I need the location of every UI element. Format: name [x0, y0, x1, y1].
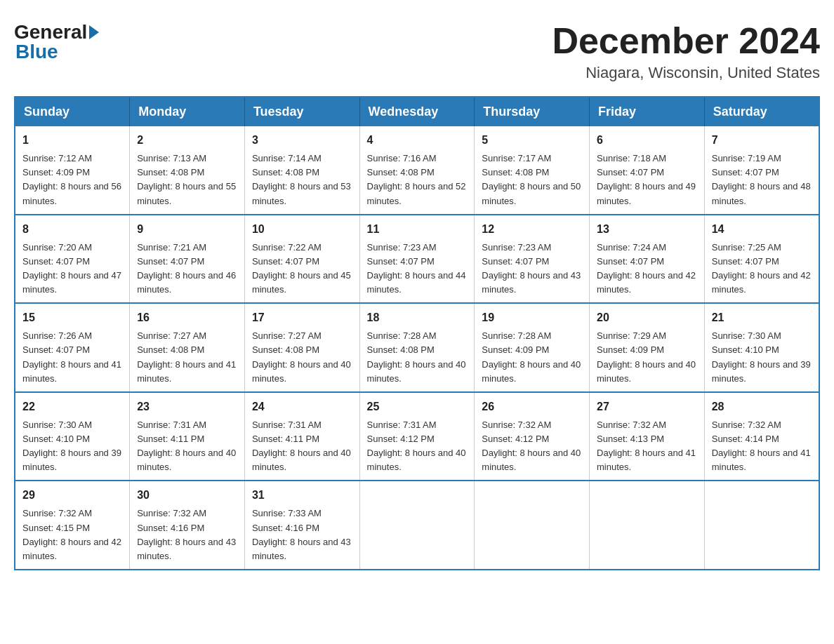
- calendar-cell: 7 Sunrise: 7:19 AMSunset: 4:07 PMDayligh…: [704, 126, 819, 215]
- week-row-3: 15 Sunrise: 7:26 AMSunset: 4:07 PMDaylig…: [15, 303, 819, 392]
- day-number: 3: [252, 132, 352, 149]
- header-cell-monday: Monday: [130, 97, 245, 126]
- calendar-title: December 2024: [552, 21, 820, 61]
- calendar-cell: 12 Sunrise: 7:23 AMSunset: 4:07 PMDaylig…: [475, 215, 590, 304]
- calendar-cell: 15 Sunrise: 7:26 AMSunset: 4:07 PMDaylig…: [15, 303, 130, 392]
- day-number: 27: [597, 398, 697, 415]
- day-info: Sunrise: 7:33 AMSunset: 4:16 PMDaylight:…: [252, 508, 351, 561]
- calendar-cell: 6 Sunrise: 7:18 AMSunset: 4:07 PMDayligh…: [590, 126, 705, 215]
- calendar-table: SundayMondayTuesdayWednesdayThursdayFrid…: [14, 96, 820, 570]
- day-info: Sunrise: 7:31 AMSunset: 4:12 PMDaylight:…: [367, 420, 466, 472]
- calendar-cell: 13 Sunrise: 7:24 AMSunset: 4:07 PMDaylig…: [590, 215, 705, 304]
- calendar-cell: 9 Sunrise: 7:21 AMSunset: 4:07 PMDayligh…: [130, 215, 245, 304]
- day-number: 24: [252, 398, 352, 415]
- calendar-cell: [475, 481, 590, 570]
- day-info: Sunrise: 7:32 AMSunset: 4:16 PMDaylight:…: [137, 508, 236, 561]
- calendar-cell: 16 Sunrise: 7:27 AMSunset: 4:08 PMDaylig…: [130, 303, 245, 392]
- day-info: Sunrise: 7:18 AMSunset: 4:07 PMDaylight:…: [597, 153, 696, 206]
- day-info: Sunrise: 7:31 AMSunset: 4:11 PMDaylight:…: [252, 420, 351, 472]
- day-number: 15: [22, 309, 122, 326]
- header-cell-saturday: Saturday: [704, 97, 819, 126]
- day-info: Sunrise: 7:17 AMSunset: 4:08 PMDaylight:…: [482, 153, 581, 206]
- header-cell-tuesday: Tuesday: [244, 97, 359, 126]
- calendar-cell: 21 Sunrise: 7:30 AMSunset: 4:10 PMDaylig…: [704, 303, 819, 392]
- calendar-cell: 4 Sunrise: 7:16 AMSunset: 4:08 PMDayligh…: [359, 126, 475, 215]
- day-number: 14: [712, 221, 812, 238]
- day-info: Sunrise: 7:32 AMSunset: 4:12 PMDaylight:…: [482, 420, 581, 472]
- header-cell-friday: Friday: [590, 97, 705, 126]
- title-section: December 2024 Niagara, Wisconsin, United…: [552, 21, 820, 82]
- calendar-cell: 28 Sunrise: 7:32 AMSunset: 4:14 PMDaylig…: [704, 392, 819, 481]
- day-number: 11: [367, 221, 468, 238]
- page-header: General Blue December 2024 Niagara, Wisc…: [14, 14, 820, 89]
- calendar-cell: 27 Sunrise: 7:32 AMSunset: 4:13 PMDaylig…: [590, 392, 705, 481]
- week-row-5: 29 Sunrise: 7:32 AMSunset: 4:15 PMDaylig…: [15, 481, 819, 570]
- day-info: Sunrise: 7:22 AMSunset: 4:07 PMDaylight:…: [252, 242, 351, 295]
- day-info: Sunrise: 7:30 AMSunset: 4:10 PMDaylight:…: [712, 330, 811, 383]
- day-info: Sunrise: 7:25 AMSunset: 4:07 PMDaylight:…: [712, 242, 811, 295]
- calendar-cell: 18 Sunrise: 7:28 AMSunset: 4:08 PMDaylig…: [359, 303, 475, 392]
- calendar-cell: 29 Sunrise: 7:32 AMSunset: 4:15 PMDaylig…: [15, 481, 130, 570]
- day-number: 22: [22, 398, 122, 415]
- day-info: Sunrise: 7:32 AMSunset: 4:15 PMDaylight:…: [22, 508, 121, 561]
- day-info: Sunrise: 7:23 AMSunset: 4:07 PMDaylight:…: [482, 242, 581, 295]
- day-info: Sunrise: 7:30 AMSunset: 4:10 PMDaylight:…: [22, 420, 121, 472]
- day-number: 12: [482, 221, 582, 238]
- day-number: 10: [252, 221, 352, 238]
- day-info: Sunrise: 7:28 AMSunset: 4:09 PMDaylight:…: [482, 330, 581, 383]
- day-number: 6: [597, 132, 697, 149]
- day-number: 19: [482, 309, 582, 326]
- logo-triangle-icon: [89, 25, 99, 39]
- calendar-cell: 30 Sunrise: 7:32 AMSunset: 4:16 PMDaylig…: [130, 481, 245, 570]
- day-number: 31: [252, 487, 352, 504]
- day-info: Sunrise: 7:27 AMSunset: 4:08 PMDaylight:…: [137, 330, 236, 383]
- day-number: 20: [597, 309, 697, 326]
- day-number: 16: [137, 309, 237, 326]
- calendar-cell: 25 Sunrise: 7:31 AMSunset: 4:12 PMDaylig…: [359, 392, 475, 481]
- calendar-cell: 22 Sunrise: 7:30 AMSunset: 4:10 PMDaylig…: [15, 392, 130, 481]
- day-info: Sunrise: 7:20 AMSunset: 4:07 PMDaylight:…: [22, 242, 121, 295]
- calendar-cell: 8 Sunrise: 7:20 AMSunset: 4:07 PMDayligh…: [15, 215, 130, 304]
- day-info: Sunrise: 7:27 AMSunset: 4:08 PMDaylight:…: [252, 330, 351, 383]
- day-info: Sunrise: 7:16 AMSunset: 4:08 PMDaylight:…: [367, 153, 466, 206]
- calendar-cell: 5 Sunrise: 7:17 AMSunset: 4:08 PMDayligh…: [475, 126, 590, 215]
- day-info: Sunrise: 7:32 AMSunset: 4:14 PMDaylight:…: [712, 420, 811, 472]
- week-row-1: 1 Sunrise: 7:12 AMSunset: 4:09 PMDayligh…: [15, 126, 819, 215]
- day-info: Sunrise: 7:12 AMSunset: 4:09 PMDaylight:…: [22, 153, 121, 206]
- logo: General Blue: [14, 21, 101, 63]
- day-number: 2: [137, 132, 237, 149]
- calendar-cell: 23 Sunrise: 7:31 AMSunset: 4:11 PMDaylig…: [130, 392, 245, 481]
- week-row-4: 22 Sunrise: 7:30 AMSunset: 4:10 PMDaylig…: [15, 392, 819, 481]
- calendar-cell: 1 Sunrise: 7:12 AMSunset: 4:09 PMDayligh…: [15, 126, 130, 215]
- calendar-cell: 24 Sunrise: 7:31 AMSunset: 4:11 PMDaylig…: [244, 392, 359, 481]
- week-row-2: 8 Sunrise: 7:20 AMSunset: 4:07 PMDayligh…: [15, 215, 819, 304]
- calendar-cell: [590, 481, 705, 570]
- day-number: 5: [482, 132, 582, 149]
- day-number: 30: [137, 487, 237, 504]
- day-info: Sunrise: 7:26 AMSunset: 4:07 PMDaylight:…: [22, 330, 121, 383]
- day-info: Sunrise: 7:28 AMSunset: 4:08 PMDaylight:…: [367, 330, 466, 383]
- calendar-cell: 17 Sunrise: 7:27 AMSunset: 4:08 PMDaylig…: [244, 303, 359, 392]
- day-info: Sunrise: 7:21 AMSunset: 4:07 PMDaylight:…: [137, 242, 236, 295]
- logo-blue-text: Blue: [15, 41, 58, 62]
- day-number: 4: [367, 132, 468, 149]
- calendar-cell: 3 Sunrise: 7:14 AMSunset: 4:08 PMDayligh…: [244, 126, 359, 215]
- header-cell-sunday: Sunday: [15, 97, 130, 126]
- calendar-cell: 31 Sunrise: 7:33 AMSunset: 4:16 PMDaylig…: [244, 481, 359, 570]
- day-number: 9: [137, 221, 237, 238]
- day-info: Sunrise: 7:29 AMSunset: 4:09 PMDaylight:…: [597, 330, 696, 383]
- day-number: 26: [482, 398, 582, 415]
- day-number: 17: [252, 309, 352, 326]
- day-info: Sunrise: 7:23 AMSunset: 4:07 PMDaylight:…: [367, 242, 466, 295]
- day-number: 8: [22, 221, 122, 238]
- calendar-cell: 11 Sunrise: 7:23 AMSunset: 4:07 PMDaylig…: [359, 215, 475, 304]
- day-number: 7: [712, 132, 812, 149]
- calendar-cell: 20 Sunrise: 7:29 AMSunset: 4:09 PMDaylig…: [590, 303, 705, 392]
- calendar-cell: 14 Sunrise: 7:25 AMSunset: 4:07 PMDaylig…: [704, 215, 819, 304]
- calendar-cell: 19 Sunrise: 7:28 AMSunset: 4:09 PMDaylig…: [475, 303, 590, 392]
- day-number: 18: [367, 309, 468, 326]
- day-info: Sunrise: 7:31 AMSunset: 4:11 PMDaylight:…: [137, 420, 236, 472]
- day-number: 23: [137, 398, 237, 415]
- day-number: 25: [367, 398, 468, 415]
- day-number: 21: [712, 309, 812, 326]
